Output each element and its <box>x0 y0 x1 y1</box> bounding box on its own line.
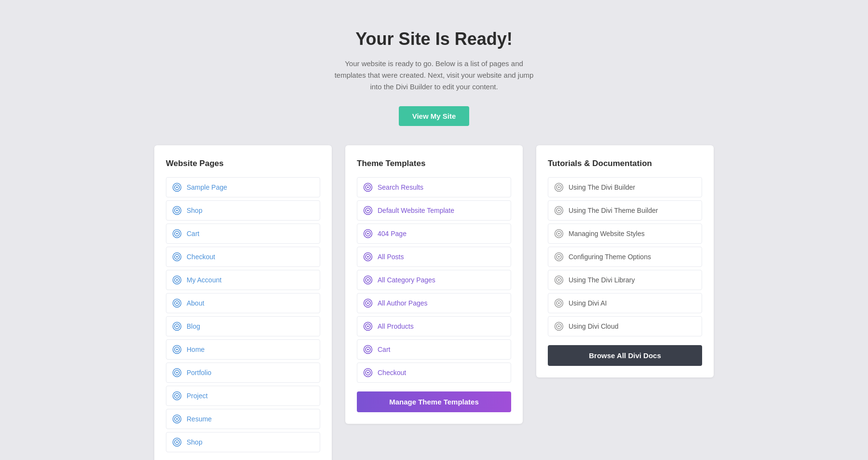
list-item-label: All Author Pages <box>378 299 428 307</box>
list-item[interactable]: Search Results <box>357 177 511 197</box>
list-item[interactable]: Using Divi Cloud <box>548 316 702 336</box>
manage-theme-templates-button[interactable]: Manage Theme Templates <box>357 391 511 412</box>
list-item[interactable]: All Products <box>357 316 511 336</box>
list-item[interactable]: Resume <box>166 409 320 429</box>
divi-icon <box>363 275 373 285</box>
list-item-label: Using The Divi Builder <box>569 183 635 191</box>
svg-point-71 <box>558 233 560 235</box>
theme-templates-list: Search Results Default Website Template <box>357 177 511 383</box>
svg-point-44 <box>367 233 369 235</box>
svg-point-41 <box>367 209 369 211</box>
list-item[interactable]: Using The Divi Builder <box>548 177 702 197</box>
divi-icon <box>554 275 564 285</box>
list-item-label: Blog <box>187 322 200 330</box>
list-item[interactable]: Sample Page <box>166 177 320 197</box>
tutorials-list: Using The Divi Builder Using The Divi Th… <box>548 177 702 336</box>
list-item-label: Resume <box>187 415 212 423</box>
divi-icon <box>172 206 182 215</box>
list-item-label: Default Website Template <box>378 207 454 214</box>
divi-icon <box>363 368 373 377</box>
list-item-label: Portfolio <box>187 369 211 376</box>
list-item[interactable]: Portfolio <box>166 362 320 383</box>
list-item[interactable]: Cart <box>166 223 320 244</box>
svg-point-74 <box>558 256 560 258</box>
list-item[interactable]: Checkout <box>357 362 511 383</box>
list-item[interactable]: All Category Pages <box>357 270 511 290</box>
svg-point-59 <box>367 348 369 350</box>
svg-point-62 <box>367 372 369 374</box>
divi-icon <box>172 414 182 424</box>
svg-point-80 <box>558 302 560 304</box>
svg-point-5 <box>176 209 178 211</box>
svg-point-17 <box>176 302 178 304</box>
list-item[interactable]: Shop <box>166 432 320 452</box>
svg-point-38 <box>367 186 369 188</box>
svg-point-47 <box>367 256 369 258</box>
divi-icon <box>172 368 182 377</box>
divi-icon <box>554 252 564 262</box>
list-item-label: Shop <box>187 207 203 214</box>
list-item[interactable]: Project <box>166 386 320 406</box>
website-pages-title: Website Pages <box>166 159 320 168</box>
svg-point-53 <box>367 302 369 304</box>
list-item-label: About <box>187 299 204 307</box>
divi-icon <box>554 321 564 331</box>
svg-point-32 <box>176 418 178 420</box>
list-item[interactable]: About <box>166 293 320 313</box>
svg-point-14 <box>176 279 178 281</box>
list-item-label: Shop <box>187 438 203 446</box>
list-item[interactable]: Managing Website Styles <box>548 223 702 244</box>
list-item-label: All Products <box>378 322 414 330</box>
divi-icon <box>172 275 182 285</box>
divi-icon <box>363 252 373 262</box>
list-item-label: Checkout <box>187 253 215 261</box>
divi-icon <box>172 182 182 192</box>
list-item-label: Using The Divi Library <box>569 276 635 284</box>
divi-icon <box>172 298 182 308</box>
website-pages-list: Sample Page Shop <box>166 177 320 452</box>
list-item[interactable]: Checkout <box>166 247 320 267</box>
divi-icon <box>172 391 182 401</box>
list-item[interactable]: Configuring Theme Options <box>548 247 702 267</box>
svg-point-29 <box>176 395 178 397</box>
list-item-label: My Account <box>187 276 221 284</box>
list-item-label: Managing Website Styles <box>569 230 645 237</box>
list-item[interactable]: Shop <box>166 200 320 221</box>
list-item-label: All Category Pages <box>378 276 435 284</box>
list-item-label: Checkout <box>378 369 406 376</box>
list-item-label: Project <box>187 392 208 400</box>
svg-point-77 <box>558 279 560 281</box>
divi-icon <box>554 182 564 192</box>
list-item[interactable]: Using Divi AI <box>548 293 702 313</box>
svg-point-50 <box>367 279 369 281</box>
svg-point-11 <box>176 256 178 258</box>
browse-all-docs-button[interactable]: Browse All Divi Docs <box>548 345 702 366</box>
divi-icon <box>363 229 373 238</box>
list-item[interactable]: Blog <box>166 316 320 336</box>
theme-templates-title: Theme Templates <box>357 159 511 168</box>
svg-point-26 <box>176 372 178 374</box>
svg-point-56 <box>367 325 369 327</box>
divi-icon <box>363 182 373 192</box>
svg-point-2 <box>176 186 178 188</box>
view-my-site-button[interactable]: View My Site <box>399 106 470 126</box>
divi-icon <box>363 321 373 331</box>
theme-templates-card: Theme Templates Search Results <box>345 145 523 424</box>
list-item-label: Sample Page <box>187 183 227 191</box>
page-description: Your website is ready to go. Below is a … <box>333 58 535 93</box>
list-item-label: 404 Page <box>378 230 407 237</box>
list-item[interactable]: 404 Page <box>357 223 511 244</box>
list-item[interactable]: Using The Divi Library <box>548 270 702 290</box>
list-item[interactable]: Home <box>166 339 320 360</box>
tutorials-card: Tutorials & Documentation Using The Divi… <box>536 145 714 377</box>
list-item[interactable]: Cart <box>357 339 511 360</box>
list-item-label: Using Divi AI <box>569 299 607 307</box>
svg-point-65 <box>558 186 560 188</box>
list-item[interactable]: All Posts <box>357 247 511 267</box>
list-item[interactable]: Default Website Template <box>357 200 511 221</box>
list-item[interactable]: Using The Divi Theme Builder <box>548 200 702 221</box>
list-item-label: Home <box>187 346 204 353</box>
list-item-label: Configuring Theme Options <box>569 253 651 261</box>
list-item[interactable]: My Account <box>166 270 320 290</box>
list-item[interactable]: All Author Pages <box>357 293 511 313</box>
